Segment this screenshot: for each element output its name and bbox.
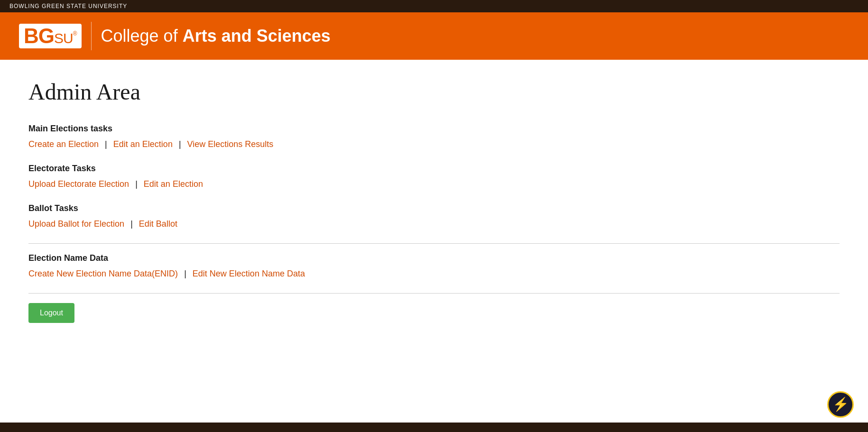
college-prefix: College of [101, 26, 183, 46]
main-elections-section: Main Elections tasks Create an Election … [28, 124, 840, 149]
separator-3: | [135, 179, 138, 189]
bottom-bar [0, 423, 868, 432]
electorate-section: Electorate Tasks Upload Electorate Elect… [28, 164, 840, 189]
separator-4: | [130, 219, 133, 229]
upload-ballot-link[interactable]: Upload Ballot for Election [28, 219, 124, 229]
site-header: BGSU® College of Arts and Sciences [0, 12, 868, 60]
separator-2: | [179, 139, 181, 149]
section-divider-1 [28, 243, 840, 244]
logo-bold: BG [24, 24, 54, 47]
ballot-title: Ballot Tasks [28, 203, 840, 213]
edit-ballot-link[interactable]: Edit Ballot [139, 219, 177, 229]
top-bar: BOWLING GREEN STATE UNIVERSITY [0, 0, 868, 12]
edit-enid-link[interactable]: Edit New Election Name Data [193, 269, 305, 278]
college-name: College of Arts and Sciences [101, 26, 331, 46]
lightning-button[interactable]: ⚡ [827, 391, 854, 418]
logout-button[interactable]: Logout [28, 303, 74, 323]
election-name-links: Create New Election Name Data(ENID) | Ed… [28, 269, 840, 279]
electorate-links: Upload Electorate Election | Edit an Ele… [28, 179, 840, 189]
create-election-link[interactable]: Create an Election [28, 139, 99, 149]
section-divider-2 [28, 293, 840, 294]
lightning-icon: ⚡ [832, 398, 849, 411]
logo-background: BGSU® [19, 24, 82, 48]
logo-registered: ® [73, 30, 77, 37]
college-name-bold: Arts and Sciences [183, 26, 331, 46]
edit-election-link-main[interactable]: Edit an Election [113, 139, 173, 149]
create-enid-link[interactable]: Create New Election Name Data(ENID) [28, 269, 178, 278]
logo-regular: SU [54, 30, 73, 46]
election-name-section: Election Name Data Create New Election N… [28, 253, 840, 279]
header-divider [91, 22, 92, 50]
logo-container: BGSU® College of Arts and Sciences [19, 22, 331, 50]
ballot-section: Ballot Tasks Upload Ballot for Election … [28, 203, 840, 229]
electorate-title: Electorate Tasks [28, 164, 840, 174]
main-elections-title: Main Elections tasks [28, 124, 840, 134]
page-title: Admin Area [28, 79, 840, 105]
main-elections-links: Create an Election | Edit an Election | … [28, 139, 840, 149]
view-elections-results-link[interactable]: View Elections Results [187, 139, 274, 149]
ballot-links: Upload Ballot for Election | Edit Ballot [28, 219, 840, 229]
bgsu-logo: BGSU® [24, 24, 77, 47]
upload-electorate-election-link[interactable]: Upload Electorate Election [28, 179, 129, 189]
university-name: BOWLING GREEN STATE UNIVERSITY [9, 3, 127, 9]
election-name-title: Election Name Data [28, 253, 840, 263]
separator-5: | [184, 269, 186, 278]
edit-election-link-electorate[interactable]: Edit an Election [144, 179, 203, 189]
main-content: Admin Area Main Elections tasks Create a… [0, 60, 868, 425]
separator-1: | [105, 139, 107, 149]
